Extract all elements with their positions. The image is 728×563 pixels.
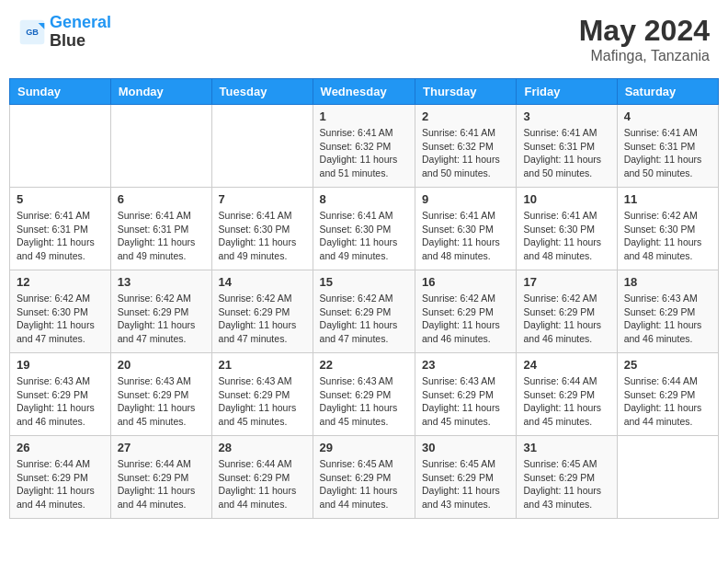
calendar-cell: 10Sunrise: 6:41 AMSunset: 6:30 PMDayligh… — [517, 188, 617, 270]
calendar-cell: 6Sunrise: 6:41 AMSunset: 6:31 PMDaylight… — [110, 188, 211, 270]
day-info: Sunrise: 6:43 AMSunset: 6:29 PMDaylight:… — [320, 374, 408, 429]
calendar-cell — [110, 105, 211, 188]
logo: GB GeneralBlue — [18, 14, 111, 51]
calendar-cell: 28Sunrise: 6:44 AMSunset: 6:29 PMDayligh… — [211, 436, 313, 519]
calendar-cell: 13Sunrise: 6:42 AMSunset: 6:29 PMDayligh… — [110, 270, 211, 353]
calendar-cell: 12Sunrise: 6:42 AMSunset: 6:30 PMDayligh… — [10, 270, 111, 353]
calendar-cell: 22Sunrise: 6:43 AMSunset: 6:29 PMDayligh… — [313, 353, 415, 436]
day-info: Sunrise: 6:41 AMSunset: 6:31 PMDaylight:… — [624, 126, 711, 180]
day-info: Sunrise: 6:44 AMSunset: 6:29 PMDaylight:… — [523, 374, 609, 429]
day-number: 22 — [320, 358, 408, 372]
calendar-table: SundayMondayTuesdayWednesdayThursdayFrid… — [9, 78, 719, 519]
day-info: Sunrise: 6:42 AMSunset: 6:29 PMDaylight:… — [219, 292, 306, 346]
day-number: 16 — [422, 275, 509, 289]
weekday-header-sunday: Sunday — [10, 79, 111, 105]
day-number: 8 — [320, 192, 408, 206]
calendar-cell — [211, 105, 313, 188]
calendar-cell: 25Sunrise: 6:44 AMSunset: 6:29 PMDayligh… — [617, 353, 718, 436]
day-info: Sunrise: 6:43 AMSunset: 6:29 PMDaylight:… — [118, 374, 205, 429]
month-title: May 2024 — [579, 14, 710, 48]
day-info: Sunrise: 6:41 AMSunset: 6:32 PMDaylight:… — [320, 126, 408, 180]
day-info: Sunrise: 6:42 AMSunset: 6:29 PMDaylight:… — [422, 292, 509, 346]
day-number: 21 — [219, 358, 306, 372]
calendar-cell: 16Sunrise: 6:42 AMSunset: 6:29 PMDayligh… — [415, 270, 517, 353]
day-info: Sunrise: 6:41 AMSunset: 6:31 PMDaylight:… — [118, 209, 205, 263]
day-number: 27 — [118, 441, 205, 454]
calendar-cell: 27Sunrise: 6:44 AMSunset: 6:29 PMDayligh… — [110, 436, 211, 519]
day-info: Sunrise: 6:45 AMSunset: 6:29 PMDaylight:… — [422, 457, 509, 511]
weekday-header-friday: Friday — [517, 79, 617, 105]
day-number: 12 — [17, 275, 104, 289]
day-info: Sunrise: 6:43 AMSunset: 6:29 PMDaylight:… — [624, 292, 711, 346]
title-block: May 2024 Mafinga, Tanzania — [579, 14, 710, 64]
weekday-header-tuesday: Tuesday — [211, 79, 313, 105]
day-number: 14 — [219, 275, 306, 289]
day-number: 2 — [422, 109, 509, 123]
day-info: Sunrise: 6:42 AMSunset: 6:30 PMDaylight:… — [624, 209, 711, 263]
logo-text: GeneralBlue — [50, 14, 111, 51]
day-info: Sunrise: 6:43 AMSunset: 6:29 PMDaylight:… — [17, 374, 104, 429]
day-info: Sunrise: 6:41 AMSunset: 6:30 PMDaylight:… — [523, 209, 609, 263]
calendar-cell: 24Sunrise: 6:44 AMSunset: 6:29 PMDayligh… — [517, 353, 617, 436]
day-info: Sunrise: 6:43 AMSunset: 6:29 PMDaylight:… — [422, 374, 509, 429]
day-info: Sunrise: 6:42 AMSunset: 6:29 PMDaylight:… — [320, 292, 408, 346]
calendar-cell: 29Sunrise: 6:45 AMSunset: 6:29 PMDayligh… — [313, 436, 415, 519]
day-info: Sunrise: 6:44 AMSunset: 6:29 PMDaylight:… — [118, 457, 205, 511]
day-info: Sunrise: 6:41 AMSunset: 6:30 PMDaylight:… — [320, 209, 408, 263]
svg-text:GB: GB — [26, 28, 39, 37]
day-info: Sunrise: 6:41 AMSunset: 6:30 PMDaylight:… — [422, 209, 509, 263]
day-number: 1 — [320, 109, 408, 123]
calendar-cell: 1Sunrise: 6:41 AMSunset: 6:32 PMDaylight… — [313, 105, 415, 188]
day-number: 10 — [523, 192, 609, 206]
day-info: Sunrise: 6:41 AMSunset: 6:32 PMDaylight:… — [422, 126, 509, 180]
day-number: 25 — [624, 358, 711, 372]
day-number: 11 — [624, 192, 711, 206]
calendar-cell: 17Sunrise: 6:42 AMSunset: 6:29 PMDayligh… — [517, 270, 617, 353]
calendar-cell: 3Sunrise: 6:41 AMSunset: 6:31 PMDaylight… — [517, 105, 617, 188]
day-number: 31 — [523, 441, 609, 454]
day-number: 26 — [17, 441, 104, 454]
day-number: 28 — [219, 441, 306, 454]
day-number: 4 — [624, 109, 711, 123]
day-number: 19 — [17, 358, 104, 372]
calendar-week-1: 1Sunrise: 6:41 AMSunset: 6:32 PMDaylight… — [10, 105, 719, 188]
calendar-week-2: 5Sunrise: 6:41 AMSunset: 6:31 PMDaylight… — [10, 188, 719, 270]
calendar-cell — [617, 436, 718, 519]
calendar-cell: 15Sunrise: 6:42 AMSunset: 6:29 PMDayligh… — [313, 270, 415, 353]
weekday-header-thursday: Thursday — [415, 79, 517, 105]
day-number: 9 — [422, 192, 509, 206]
day-number: 20 — [118, 358, 205, 372]
calendar-cell: 2Sunrise: 6:41 AMSunset: 6:32 PMDaylight… — [415, 105, 517, 188]
day-number: 6 — [118, 192, 205, 206]
day-info: Sunrise: 6:42 AMSunset: 6:29 PMDaylight:… — [523, 292, 609, 346]
weekday-header-wednesday: Wednesday — [313, 79, 415, 105]
calendar-cell: 8Sunrise: 6:41 AMSunset: 6:30 PMDaylight… — [313, 188, 415, 270]
calendar-cell: 14Sunrise: 6:42 AMSunset: 6:29 PMDayligh… — [211, 270, 313, 353]
day-number: 23 — [422, 358, 509, 372]
page-header: GB GeneralBlue May 2024 Mafinga, Tanzani… — [9, 9, 719, 69]
weekday-header-row: SundayMondayTuesdayWednesdayThursdayFrid… — [10, 79, 719, 105]
calendar-cell: 26Sunrise: 6:44 AMSunset: 6:29 PMDayligh… — [10, 436, 111, 519]
day-info: Sunrise: 6:42 AMSunset: 6:30 PMDaylight:… — [17, 292, 104, 346]
day-info: Sunrise: 6:44 AMSunset: 6:29 PMDaylight:… — [17, 457, 104, 511]
day-number: 29 — [320, 441, 408, 454]
weekday-header-saturday: Saturday — [617, 79, 718, 105]
day-info: Sunrise: 6:45 AMSunset: 6:29 PMDaylight:… — [320, 457, 408, 511]
day-number: 5 — [17, 192, 104, 206]
location-title: Mafinga, Tanzania — [579, 48, 710, 64]
day-info: Sunrise: 6:41 AMSunset: 6:31 PMDaylight:… — [17, 209, 104, 263]
calendar-cell: 30Sunrise: 6:45 AMSunset: 6:29 PMDayligh… — [415, 436, 517, 519]
day-number: 3 — [523, 109, 609, 123]
calendar-cell: 31Sunrise: 6:45 AMSunset: 6:29 PMDayligh… — [517, 436, 617, 519]
day-number: 15 — [320, 275, 408, 289]
day-info: Sunrise: 6:42 AMSunset: 6:29 PMDaylight:… — [118, 292, 205, 346]
calendar-week-3: 12Sunrise: 6:42 AMSunset: 6:30 PMDayligh… — [10, 270, 719, 353]
calendar-week-5: 26Sunrise: 6:44 AMSunset: 6:29 PMDayligh… — [10, 436, 719, 519]
calendar-cell: 11Sunrise: 6:42 AMSunset: 6:30 PMDayligh… — [617, 188, 718, 270]
calendar-cell: 21Sunrise: 6:43 AMSunset: 6:29 PMDayligh… — [211, 353, 313, 436]
day-info: Sunrise: 6:41 AMSunset: 6:30 PMDaylight:… — [219, 209, 306, 263]
day-number: 13 — [118, 275, 205, 289]
day-info: Sunrise: 6:45 AMSunset: 6:29 PMDaylight:… — [523, 457, 609, 511]
day-info: Sunrise: 6:44 AMSunset: 6:29 PMDaylight:… — [219, 457, 306, 511]
logo-icon: GB — [18, 18, 46, 46]
